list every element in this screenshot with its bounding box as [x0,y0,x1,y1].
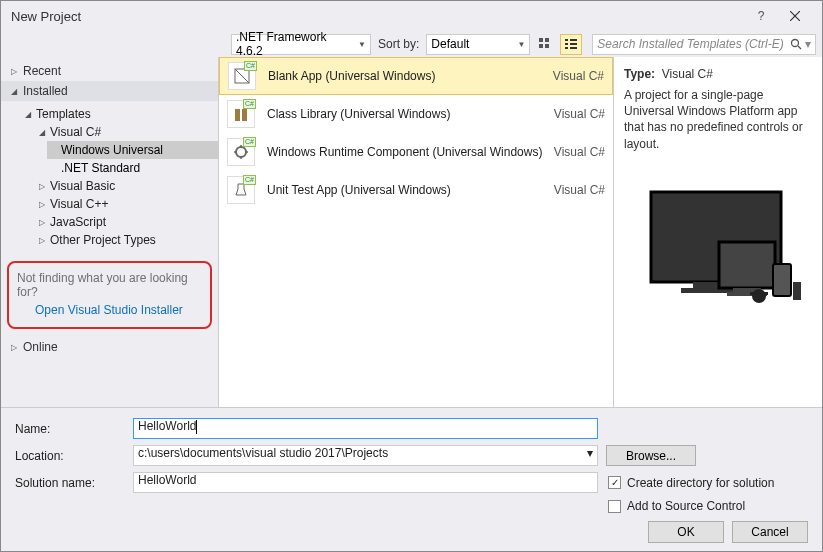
svg-rect-2 [539,38,543,42]
svg-rect-26 [719,242,775,288]
tree-cpp[interactable]: ▷Visual C++ [33,195,218,213]
sidebar: ▷ Recent ◢ Installed ◢ Templates ◢ Visua… [1,57,219,407]
search-icon [790,38,802,50]
chevron-right-icon: ▷ [37,235,47,245]
svg-rect-17 [242,109,247,121]
svg-rect-7 [570,39,577,41]
tree-windows-universal[interactable]: Windows Universal [47,141,218,159]
section-installed[interactable]: ◢ Installed [1,81,218,101]
chevron-right-icon: ▷ [37,217,47,227]
chevron-down-icon: ◢ [9,86,19,96]
chevron-right-icon: ▷ [37,181,47,191]
name-label: Name: [15,422,133,436]
svg-point-21 [234,151,236,153]
chevron-down-icon: ▾ [805,37,811,51]
svg-point-20 [240,157,242,159]
installer-callout: Not finding what you are looking for? Op… [7,261,212,329]
template-icon: C# [228,62,256,90]
bottom-panel: Name: HelloWorld Location: c:\users\docu… [1,407,822,551]
svg-rect-6 [565,39,568,41]
chevron-down-icon: ◢ [23,109,33,119]
tree-net-standard[interactable]: .NET Standard [47,159,218,177]
preview-image [624,182,812,322]
search-input[interactable]: Search Installed Templates (Ctrl-E) ▾ [592,34,816,55]
svg-rect-10 [565,47,568,49]
location-dropdown[interactable]: c:\users\documents\visual studio 2017\Pr… [133,445,598,466]
chevron-right-icon: ▷ [37,199,47,209]
section-recent[interactable]: ▷ Recent [1,61,218,81]
template-unit-test[interactable]: C# Unit Test App (Universal Windows) Vis… [219,171,613,209]
svg-rect-31 [750,292,756,295]
template-blank-app[interactable]: C# Blank App (Universal Windows) Visual … [219,57,613,95]
checkbox-icon [608,500,621,513]
browse-button[interactable]: Browse... [606,445,696,466]
help-button[interactable]: ? [744,3,778,29]
template-icon: C# [227,138,255,166]
new-project-dialog: New Project ? .NET Framework 4.6.2 ▼ Sor… [0,0,823,552]
close-button[interactable] [778,3,812,29]
svg-rect-33 [793,282,801,300]
open-installer-link[interactable]: Open Visual Studio Installer [17,303,202,317]
tree-csharp[interactable]: ◢ Visual C# [33,123,218,141]
chevron-right-icon: ▷ [9,66,19,76]
svg-rect-16 [235,109,240,121]
description-text: A project for a single-page Universal Wi… [624,87,812,152]
svg-line-13 [798,46,801,49]
section-online[interactable]: ▷ Online [1,337,218,357]
tree-templates[interactable]: ◢ Templates [19,105,218,123]
sortby-label: Sort by: [378,37,419,51]
svg-rect-29 [773,264,791,296]
svg-point-22 [246,151,248,153]
template-runtime-component[interactable]: C# Windows Runtime Component (Universal … [219,133,613,171]
template-icon: C# [227,100,255,128]
svg-rect-3 [545,38,549,42]
add-source-control-checkbox[interactable]: Add to Source Control [608,499,808,513]
svg-rect-9 [570,43,577,45]
cancel-button[interactable]: Cancel [732,521,808,543]
framework-dropdown[interactable]: .NET Framework 4.6.2 ▼ [231,34,371,55]
view-list-button[interactable] [560,34,582,55]
checkbox-icon: ✓ [608,476,621,489]
svg-rect-4 [539,44,543,48]
location-label: Location: [15,449,133,463]
create-directory-checkbox[interactable]: ✓ Create directory for solution [608,476,808,490]
view-small-icons-button[interactable] [534,34,556,55]
svg-rect-11 [570,47,577,49]
chevron-down-icon: ▼ [358,40,366,49]
svg-point-12 [792,40,799,47]
solution-name-input[interactable]: HelloWorld [133,472,598,493]
titlebar: New Project ? [1,1,822,31]
details-pane: Type: Visual C# A project for a single-p… [614,57,822,407]
chevron-down-icon: ◢ [37,127,47,137]
templates-tree: ◢ Templates ◢ Visual C# Windows Universa… [1,101,218,253]
toolbar: .NET Framework 4.6.2 ▼ Sort by: Default … [1,31,822,57]
sortby-dropdown[interactable]: Default ▼ [426,34,530,55]
template-icon: C# [227,176,255,204]
tree-other[interactable]: ▷Other Project Types [33,231,218,249]
svg-point-18 [236,147,246,157]
ok-button[interactable]: OK [648,521,724,543]
svg-rect-5 [545,44,549,48]
name-input[interactable]: HelloWorld [133,418,598,439]
solution-name-label: Solution name: [15,476,133,490]
window-title: New Project [11,9,744,24]
chevron-down-icon: ▼ [517,40,525,49]
template-list: C# Blank App (Universal Windows) Visual … [219,57,614,407]
framework-value: .NET Framework 4.6.2 [236,30,354,58]
svg-point-19 [240,145,242,147]
sortby-value: Default [431,37,513,51]
main-area: ▷ Recent ◢ Installed ◢ Templates ◢ Visua… [1,57,822,407]
chevron-right-icon: ▷ [9,342,19,352]
tree-vb[interactable]: ▷Visual Basic [33,177,218,195]
tree-js[interactable]: ▷JavaScript [33,213,218,231]
not-finding-text: Not finding what you are looking for? [17,271,202,299]
svg-rect-32 [762,292,768,295]
chevron-down-icon: ▾ [587,446,593,465]
svg-rect-8 [565,43,568,45]
template-class-library[interactable]: C# Class Library (Universal Windows) Vis… [219,95,613,133]
svg-point-30 [752,289,766,303]
svg-line-15 [235,69,249,83]
search-placeholder: Search Installed Templates (Ctrl-E) [597,37,790,51]
type-line: Type: Visual C# [624,67,812,81]
